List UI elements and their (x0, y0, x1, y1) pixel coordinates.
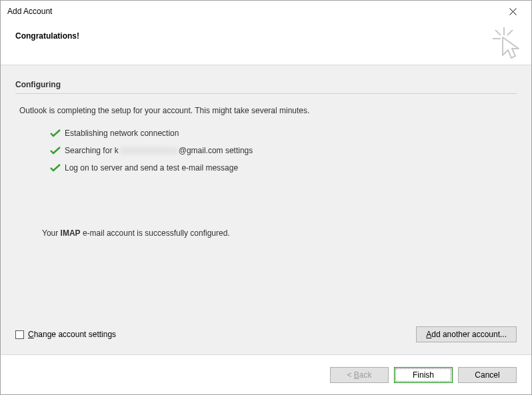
intro-text: Outlook is completing the setup for your… (19, 106, 517, 115)
success-bold: IMAP (61, 228, 81, 238)
label-rest: ack (359, 370, 372, 380)
lt: < (347, 370, 353, 380)
checkbox-box (15, 330, 24, 339)
back-button: < Back (330, 367, 389, 383)
step-row: Establishing network connection (50, 125, 517, 142)
success-message: Your IMAP e-mail account is successfully… (42, 228, 517, 238)
step-label: Searching for k@gmail.com settings (65, 146, 253, 155)
checkmark-icon (50, 129, 65, 137)
mnemonic: B (354, 370, 359, 380)
divider (15, 93, 517, 94)
close-button[interactable] (498, 2, 527, 21)
cursor-click-icon (489, 26, 522, 61)
svg-line-4 (495, 30, 501, 35)
dialog-footer: < Back Finish Cancel (1, 355, 531, 394)
button-label: Cancel (475, 370, 499, 380)
redacted-text (120, 147, 177, 155)
steps-list: Establishing network connection Searchin… (50, 125, 517, 177)
step-label: Log on to server and send a test e-mail … (65, 163, 238, 173)
dialog-header: Congratulations! (1, 22, 531, 65)
step-row: Searching for k@gmail.com settings (50, 142, 517, 159)
window-title: Add Account (7, 7, 498, 16)
change-account-settings-checkbox[interactable]: Change account settings (15, 330, 116, 339)
button-label: Finish (413, 370, 434, 380)
headline: Congratulations! (15, 31, 517, 41)
cancel-button[interactable]: Cancel (458, 367, 517, 383)
step-label: Establishing network connection (65, 129, 179, 138)
checkmark-icon (50, 164, 65, 172)
success-prefix: Your (42, 228, 61, 238)
step-label-suffix: @gmail.com settings (179, 146, 253, 155)
close-icon (509, 8, 517, 15)
step-row: Log on to server and send a test e-mail … (50, 159, 517, 177)
body-panel: Configuring Outlook is completing the se… (1, 65, 531, 355)
checkbox-label: Change account settings (28, 330, 116, 339)
step-label-prefix: Searching for k (65, 146, 119, 155)
svg-line-5 (507, 30, 513, 35)
mnemonic: C (28, 330, 34, 339)
label-rest: hange account settings (34, 330, 116, 339)
add-another-account-button[interactable]: Add another account... (416, 326, 517, 342)
finish-button[interactable]: Finish (394, 367, 453, 383)
options-row: Change account settings Add another acco… (15, 326, 517, 342)
add-account-dialog: Add Account Congratulations! Configurin (0, 0, 532, 395)
section-title: Configuring (15, 80, 517, 89)
title-bar: Add Account (1, 1, 531, 22)
success-suffix: e-mail account is successfully configure… (81, 228, 230, 238)
checkmark-icon (50, 147, 65, 155)
label-rest: dd another account... (431, 330, 507, 339)
